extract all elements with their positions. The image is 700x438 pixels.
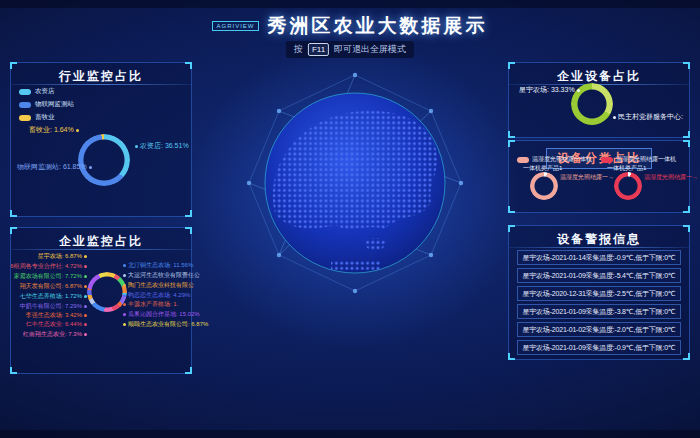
panel-corner-accent bbox=[683, 140, 690, 147]
panel-corner-accent bbox=[508, 131, 515, 138]
chart-label: 民主村党群服务中心: bbox=[613, 113, 683, 121]
panel-corner-accent bbox=[683, 131, 690, 138]
chart-label: 红南翔生态农业: 7.3% bbox=[23, 330, 87, 338]
panel-corner-accent bbox=[508, 225, 515, 232]
chart-label: 畜牧业: 1.64% bbox=[29, 126, 79, 134]
panel-corner-accent bbox=[683, 225, 690, 232]
label-dot-icon bbox=[123, 303, 126, 306]
panel-corner-accent bbox=[185, 62, 192, 69]
chart-label: 物联网监测站: 61.85% bbox=[17, 163, 92, 171]
chart-label: 农资店: 36.51% bbox=[135, 142, 189, 150]
label-dot-icon bbox=[84, 255, 87, 258]
chart-label: 陶门生态农业科技有限公 bbox=[123, 281, 194, 289]
legend-item[interactable]: 温湿度光照结露一体机 bbox=[517, 155, 592, 164]
panel-corner-accent bbox=[508, 140, 515, 147]
chart-label: 中奶牛有限公司: 7.29% bbox=[20, 302, 87, 310]
legend-swatch-icon bbox=[601, 157, 613, 163]
chart-label: 星宇农场: 33.33% bbox=[519, 86, 580, 94]
legend-swatch-icon bbox=[517, 157, 529, 163]
alarm-list: 星宇农场-2021-01-14采集温度:-0.9℃,低于下限:0℃星宇农场-20… bbox=[517, 250, 681, 358]
label-dot-icon bbox=[84, 295, 87, 298]
label-dot-icon bbox=[84, 314, 87, 317]
chart-label: 七华生态养殖场: 1.72% bbox=[20, 292, 87, 300]
label-dot-icon bbox=[123, 284, 126, 287]
legend-swatch-icon bbox=[19, 102, 31, 108]
label-dot-icon bbox=[84, 265, 87, 268]
legend-label: 温湿度光照结露一体机 bbox=[532, 155, 592, 164]
industry-donut-chart[interactable] bbox=[78, 134, 130, 186]
panel-corner-accent bbox=[508, 353, 515, 360]
label-dot-icon bbox=[84, 285, 87, 288]
label-dot-icon bbox=[577, 89, 580, 92]
panel-device-category: 设备分类占比 温湿度光照结露一体机 一体机类产品1 温湿度光照结露一→ 温湿度光… bbox=[508, 140, 690, 213]
legend-label: 物联网监测站 bbox=[35, 100, 74, 109]
label-dot-icon bbox=[135, 145, 138, 148]
title-divider bbox=[509, 247, 689, 248]
chart-label: 星宇农场: 6.87% bbox=[38, 252, 87, 260]
alarm-row: 星宇农场-2021-01-14采集温度:-0.9℃,低于下限:0℃ bbox=[517, 250, 681, 265]
legend-swatch-icon bbox=[19, 115, 31, 121]
chart-label: 仁丰生态农业: 6.44% bbox=[26, 320, 87, 328]
panel-corner-accent bbox=[508, 62, 515, 69]
alarm-row: 星宇农场-2020-12-31采集温度:-2.5℃,低于下限:0℃ bbox=[517, 286, 681, 301]
hint-suffix: 即可退出全屏模式 bbox=[334, 43, 406, 56]
label-dot-icon bbox=[123, 294, 126, 297]
panel-corner-accent bbox=[185, 210, 192, 217]
panel-enterprise-monitor: 企业监控占比 星宇农场: 6.87%6组周各专业合作社: 4.72%家庭农场有限… bbox=[10, 227, 192, 374]
panel-corner-accent bbox=[185, 227, 192, 234]
label-dot-icon bbox=[84, 305, 87, 308]
panel-corner-accent bbox=[508, 206, 515, 213]
dashboard-screen: AGRIVIEW 秀洲区农业大数据展示 按 F11 即可退出全屏模式 行业监控占… bbox=[0, 0, 700, 438]
category-donut-chart[interactable] bbox=[614, 172, 642, 200]
label-dot-icon bbox=[613, 116, 616, 119]
chart-label: 翔天发有限公司: 6.87% bbox=[20, 282, 87, 290]
header: AGRIVIEW 秀洲区农业大数据展示 bbox=[0, 13, 700, 39]
industry-legend: 农资店物联网监测站畜牧业 bbox=[19, 87, 74, 126]
panel-corner-accent bbox=[683, 206, 690, 213]
title-divider bbox=[11, 249, 191, 250]
panel-corner-accent bbox=[683, 62, 690, 69]
alarm-row: 星宇农场-2021-01-09采集温度:-5.4℃,低于下限:0℃ bbox=[517, 268, 681, 283]
chart-label: 李强生态农场: 3.42% bbox=[26, 311, 87, 319]
panel-title: 设备警报信息 bbox=[509, 231, 689, 248]
globe-visualization bbox=[235, 63, 475, 303]
label-dot-icon bbox=[123, 274, 126, 277]
label-dot-icon bbox=[84, 333, 87, 336]
category-donut-chart[interactable] bbox=[530, 172, 558, 200]
enterprise-donut-chart[interactable] bbox=[87, 272, 127, 312]
chart-label: 大运河生态牧业有限责任公 bbox=[123, 271, 200, 279]
panel-device-alarms: 设备警报信息 星宇农场-2021-01-14采集温度:-0.9℃,低于下限:0℃… bbox=[508, 225, 690, 360]
panel-corner-accent bbox=[10, 210, 17, 217]
panel-corner-accent bbox=[10, 367, 17, 374]
logo: AGRIVIEW bbox=[212, 21, 258, 31]
category-chart-right: 温湿度光照结露一体机 一体机类产品1 温湿度光照结露一→ bbox=[599, 154, 683, 212]
label-dot-icon bbox=[123, 313, 126, 316]
legend-item[interactable]: 农资店 bbox=[19, 87, 74, 96]
legend-item[interactable]: 畜牧业 bbox=[19, 113, 74, 122]
fullscreen-hint: 按 F11 即可退出全屏模式 bbox=[286, 41, 414, 58]
alarm-row: 星宇农场-2021-01-09采集温度:-0.9℃,低于下限:0℃ bbox=[517, 340, 681, 355]
label-dot-icon bbox=[84, 275, 87, 278]
legend-item[interactable]: 温湿度光照结露一体机 bbox=[601, 155, 676, 164]
label-dot-icon bbox=[89, 166, 92, 169]
panel-corner-accent bbox=[683, 353, 690, 360]
panel-enterprise-device: 企业设备占比 星宇农场: 33.33%民主村党群服务中心: bbox=[508, 62, 690, 138]
panel-corner-accent bbox=[10, 62, 17, 69]
page-title: 秀洲区农业大数据展示 bbox=[268, 13, 488, 39]
panel-title: 企业设备占比 bbox=[509, 68, 689, 85]
legend-item[interactable]: 物联网监测站 bbox=[19, 100, 74, 109]
alarm-row: 星宇农场-2021-01-02采集温度:-2.0℃,低于下限:0℃ bbox=[517, 322, 681, 337]
bottom-border-strip bbox=[0, 430, 700, 438]
legend-swatch-icon bbox=[19, 89, 31, 95]
label-dot-icon bbox=[84, 323, 87, 326]
panel-corner-accent bbox=[10, 227, 17, 234]
chart-label: 家庭农场有限公司: 7.72% bbox=[14, 272, 87, 280]
legend-label: 温湿度光照结露一体机 bbox=[616, 155, 676, 164]
label-dot-icon bbox=[76, 129, 79, 132]
chart-label: 温湿度光照结露一→ bbox=[644, 173, 698, 182]
panel-title: 行业监控占比 bbox=[11, 68, 191, 85]
title-divider bbox=[11, 84, 191, 85]
hint-prefix: 按 bbox=[294, 43, 303, 56]
label-dot-icon bbox=[123, 264, 126, 267]
chart-label: 顺颐生态农业有限公司: 6.87% bbox=[123, 320, 208, 328]
